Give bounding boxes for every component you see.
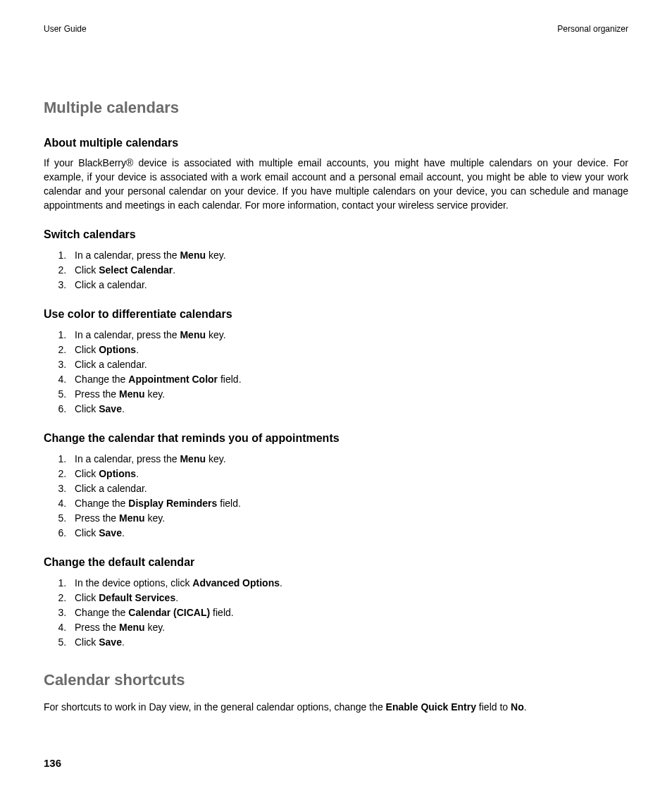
subsection-switch-calendars: Switch calendars bbox=[44, 228, 628, 241]
list-item: Change the Calendar (CICAL) field. bbox=[69, 605, 628, 620]
list-item: In the device options, click Advanced Op… bbox=[69, 576, 628, 591]
list-item: Press the Menu key. bbox=[69, 387, 628, 402]
steps-switch-calendars: In a calendar, press the Menu key. Click… bbox=[44, 248, 628, 292]
paragraph-about-multiple-calendars: If your BlackBerry® device is associated… bbox=[44, 156, 628, 213]
list-item: Click Select Calendar. bbox=[69, 263, 628, 278]
steps-use-color: In a calendar, press the Menu key. Click… bbox=[44, 328, 628, 417]
list-item: Change the Display Reminders field. bbox=[69, 496, 628, 511]
paragraph-calendar-shortcuts: For shortcuts to work in Day view, in th… bbox=[44, 701, 628, 715]
list-item: In a calendar, press the Menu key. bbox=[69, 452, 628, 467]
document-page: User Guide Personal organizer Multiple c… bbox=[0, 0, 672, 807]
list-item: Press the Menu key. bbox=[69, 511, 628, 526]
subsection-about-multiple-calendars: About multiple calendars bbox=[44, 137, 628, 149]
page-number: 136 bbox=[44, 757, 61, 769]
list-item: In a calendar, press the Menu key. bbox=[69, 248, 628, 263]
subsection-change-reminder-calendar: Change the calendar that reminds you of … bbox=[44, 432, 628, 445]
list-item: Click a calendar. bbox=[69, 481, 628, 496]
header-left: User Guide bbox=[44, 24, 87, 34]
subsection-use-color: Use color to differentiate calendars bbox=[44, 308, 628, 321]
list-item: Press the Menu key. bbox=[69, 620, 628, 635]
list-item: Click Save. bbox=[69, 526, 628, 541]
list-item: Click Options. bbox=[69, 343, 628, 357]
list-item: Click Default Services. bbox=[69, 591, 628, 605]
section-title-multiple-calendars: Multiple calendars bbox=[44, 99, 628, 117]
header-right: Personal organizer bbox=[557, 24, 628, 34]
list-item: Click Save. bbox=[69, 635, 628, 650]
list-item: Click Options. bbox=[69, 467, 628, 481]
list-item: Change the Appointment Color field. bbox=[69, 372, 628, 387]
list-item: In a calendar, press the Menu key. bbox=[69, 328, 628, 343]
section-title-calendar-shortcuts: Calendar shortcuts bbox=[44, 671, 628, 689]
list-item: Click a calendar. bbox=[69, 278, 628, 292]
page-header: User Guide Personal organizer bbox=[44, 24, 628, 34]
list-item: Click Save. bbox=[69, 402, 628, 417]
steps-change-default-calendar: In the device options, click Advanced Op… bbox=[44, 576, 628, 650]
subsection-change-default-calendar: Change the default calendar bbox=[44, 556, 628, 569]
steps-change-reminder-calendar: In a calendar, press the Menu key. Click… bbox=[44, 452, 628, 541]
list-item: Click a calendar. bbox=[69, 357, 628, 372]
